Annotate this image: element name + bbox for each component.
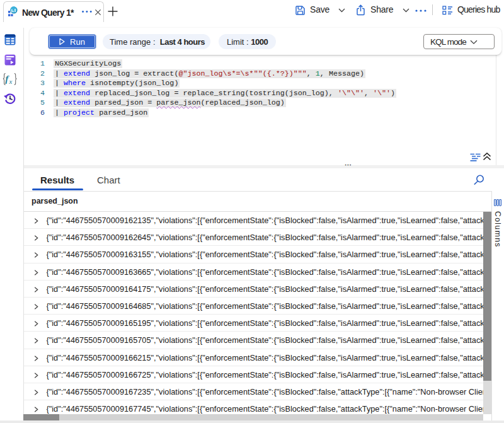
svg-text:x: x bbox=[9, 78, 13, 85]
